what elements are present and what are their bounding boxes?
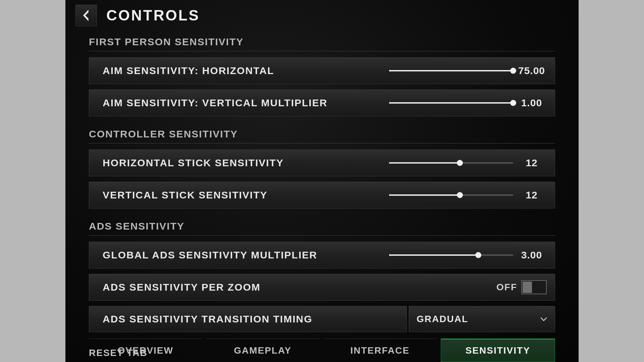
slider-value: 12 [517,157,547,169]
row-label: ADS SENSITIVITY PER ZOOM [103,282,261,293]
page-title: CONTROLS [106,7,200,24]
slider-value: 3.00 [517,249,547,261]
row-stick-horizontal[interactable]: HORIZONTAL STICK SENSITIVITY 12 [89,149,555,176]
tab-gameplay[interactable]: GAMEPLAY [206,339,320,362]
dropdown-ads-timing[interactable]: GRADUAL [409,306,555,332]
slider-track[interactable] [389,162,513,164]
back-button[interactable] [75,5,97,26]
chevron-left-icon [82,9,91,22]
row-label: AIM SENSITIVITY: HORIZONTAL [103,65,274,76]
slider-value: 1.00 [517,97,547,109]
section-ads: ADS SENSITIVITY [89,214,555,236]
slider-fill [389,70,513,71]
tab-sensitivity[interactable]: SENSITIVITY [441,339,555,362]
chevron-down-icon [540,315,547,323]
slider-fill [389,194,460,196]
header: CONTROLS [65,0,579,29]
slider-knob[interactable] [457,192,463,198]
row-label: VERTICAL STICK SENSITIVITY [103,189,268,201]
row-stick-vertical[interactable]: VERTICAL STICK SENSITIVITY 12 [89,182,555,208]
slider-fill [389,162,460,164]
slider-aim-vertical[interactable]: 1.00 [389,97,547,109]
row-label-container: ADS SENSITIVITY TRANSITION TIMING [89,306,407,332]
settings-panel: CONTROLS FIRST PERSON SENSITIVITY AIM SE… [65,0,579,362]
slider-knob[interactable] [475,252,481,258]
slider-ads-global[interactable]: 3.00 [389,249,547,261]
slider-stick-horizontal[interactable]: 12 [389,157,547,169]
section-controller: CONTROLLER SENSITIVITY [89,122,555,143]
row-label: ADS SENSITIVITY TRANSITION TIMING [103,313,312,325]
slider-track[interactable] [389,254,513,256]
slider-track[interactable] [389,70,513,71]
row-label: HORIZONTAL STICK SENSITIVITY [103,157,284,169]
slider-fill [389,254,478,256]
settings-body: FIRST PERSON SENSITIVITY AIM SENSITIVITY… [65,29,579,358]
slider-stick-vertical[interactable]: 12 [389,189,547,201]
slider-value: 75.00 [517,65,547,76]
section-first-person: FIRST PERSON SENSITIVITY [89,29,555,51]
row-aim-horizontal[interactable]: AIM SENSITIVITY: HORIZONTAL 75.00 [89,57,555,84]
bottom-tabs: OVERVIEW GAMEPLAY INTERFACE SENSITIVITY [89,339,555,362]
slider-track[interactable] [389,194,513,196]
tab-interface[interactable]: INTERFACE [323,339,437,362]
toggle-value-text: OFF [496,282,517,293]
row-label: GLOBAL ADS SENSITIVITY MULTIPLIER [103,249,317,261]
slider-fill [389,102,513,104]
slider-aim-horizontal[interactable]: 75.00 [389,65,547,76]
slider-knob[interactable] [510,100,516,106]
row-aim-vertical[interactable]: AIM SENSITIVITY: VERTICAL MULTIPLIER 1.0… [89,89,555,116]
tab-overview[interactable]: OVERVIEW [89,339,202,362]
row-ads-global[interactable]: GLOBAL ADS SENSITIVITY MULTIPLIER 3.00 [89,242,555,268]
slider-value: 12 [517,189,547,201]
slider-track[interactable] [389,102,513,104]
slider-knob[interactable] [457,160,463,166]
dropdown-value: GRADUAL [417,314,468,324]
row-ads-timing[interactable]: ADS SENSITIVITY TRANSITION TIMING GRADUA… [89,306,555,332]
row-ads-per-zoom[interactable]: ADS SENSITIVITY PER ZOOM OFF [89,274,555,301]
toggle-switch[interactable] [521,280,547,294]
toggle-ads-per-zoom[interactable]: OFF [496,280,547,294]
slider-knob[interactable] [510,68,516,74]
row-label: AIM SENSITIVITY: VERTICAL MULTIPLIER [103,97,327,109]
toggle-knob [523,282,532,293]
